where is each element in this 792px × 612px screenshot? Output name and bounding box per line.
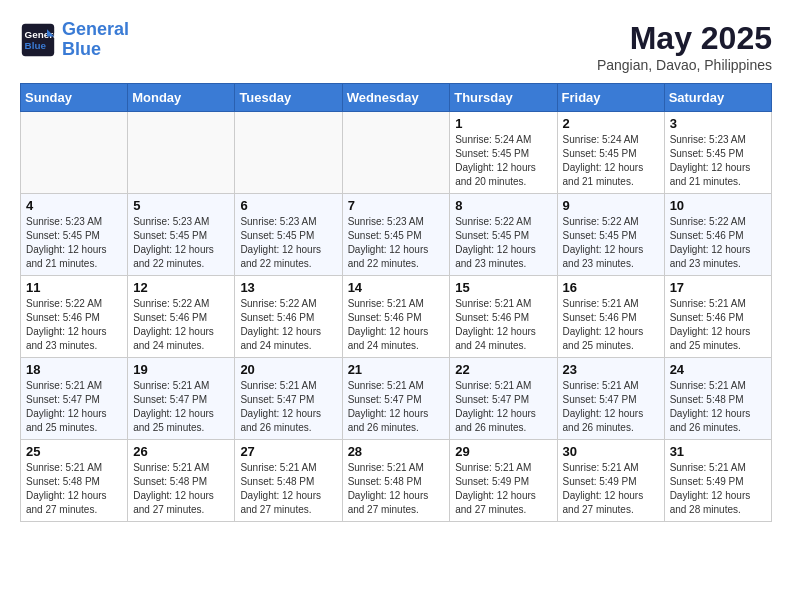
- calendar-day: 4Sunrise: 5:23 AM Sunset: 5:45 PM Daylig…: [21, 194, 128, 276]
- day-info: Sunrise: 5:21 AM Sunset: 5:48 PM Dayligh…: [240, 461, 336, 517]
- calendar-day: 6Sunrise: 5:23 AM Sunset: 5:45 PM Daylig…: [235, 194, 342, 276]
- day-number: 23: [563, 362, 659, 377]
- day-number: 18: [26, 362, 122, 377]
- day-number: 1: [455, 116, 551, 131]
- day-info: Sunrise: 5:21 AM Sunset: 5:49 PM Dayligh…: [670, 461, 766, 517]
- day-number: 30: [563, 444, 659, 459]
- calendar-day: 9Sunrise: 5:22 AM Sunset: 5:45 PM Daylig…: [557, 194, 664, 276]
- calendar-header-row: SundayMondayTuesdayWednesdayThursdayFrid…: [21, 84, 772, 112]
- calendar-day: 8Sunrise: 5:22 AM Sunset: 5:45 PM Daylig…: [450, 194, 557, 276]
- calendar-day: 28Sunrise: 5:21 AM Sunset: 5:48 PM Dayli…: [342, 440, 450, 522]
- day-info: Sunrise: 5:21 AM Sunset: 5:48 PM Dayligh…: [133, 461, 229, 517]
- day-info: Sunrise: 5:24 AM Sunset: 5:45 PM Dayligh…: [455, 133, 551, 189]
- day-info: Sunrise: 5:23 AM Sunset: 5:45 PM Dayligh…: [348, 215, 445, 271]
- day-number: 29: [455, 444, 551, 459]
- calendar-week-4: 18Sunrise: 5:21 AM Sunset: 5:47 PM Dayli…: [21, 358, 772, 440]
- calendar-day: 23Sunrise: 5:21 AM Sunset: 5:47 PM Dayli…: [557, 358, 664, 440]
- calendar-day: 30Sunrise: 5:21 AM Sunset: 5:49 PM Dayli…: [557, 440, 664, 522]
- day-number: 28: [348, 444, 445, 459]
- day-info: Sunrise: 5:22 AM Sunset: 5:45 PM Dayligh…: [455, 215, 551, 271]
- calendar-day: 17Sunrise: 5:21 AM Sunset: 5:46 PM Dayli…: [664, 276, 771, 358]
- day-number: 2: [563, 116, 659, 131]
- day-info: Sunrise: 5:22 AM Sunset: 5:46 PM Dayligh…: [670, 215, 766, 271]
- day-info: Sunrise: 5:23 AM Sunset: 5:45 PM Dayligh…: [133, 215, 229, 271]
- day-info: Sunrise: 5:22 AM Sunset: 5:46 PM Dayligh…: [240, 297, 336, 353]
- day-info: Sunrise: 5:21 AM Sunset: 5:46 PM Dayligh…: [455, 297, 551, 353]
- calendar-day: 29Sunrise: 5:21 AM Sunset: 5:49 PM Dayli…: [450, 440, 557, 522]
- day-info: Sunrise: 5:21 AM Sunset: 5:46 PM Dayligh…: [563, 297, 659, 353]
- day-header-thursday: Thursday: [450, 84, 557, 112]
- day-header-friday: Friday: [557, 84, 664, 112]
- month-title: May 2025: [597, 20, 772, 57]
- calendar-table: SundayMondayTuesdayWednesdayThursdayFrid…: [20, 83, 772, 522]
- calendar-day: [235, 112, 342, 194]
- calendar-day: 13Sunrise: 5:22 AM Sunset: 5:46 PM Dayli…: [235, 276, 342, 358]
- day-number: 15: [455, 280, 551, 295]
- logo-text: GeneralBlue: [62, 20, 129, 60]
- day-number: 19: [133, 362, 229, 377]
- calendar-day: 19Sunrise: 5:21 AM Sunset: 5:47 PM Dayli…: [128, 358, 235, 440]
- day-number: 14: [348, 280, 445, 295]
- day-info: Sunrise: 5:24 AM Sunset: 5:45 PM Dayligh…: [563, 133, 659, 189]
- day-header-tuesday: Tuesday: [235, 84, 342, 112]
- calendar-day: 26Sunrise: 5:21 AM Sunset: 5:48 PM Dayli…: [128, 440, 235, 522]
- calendar-day: 21Sunrise: 5:21 AM Sunset: 5:47 PM Dayli…: [342, 358, 450, 440]
- calendar-day: 27Sunrise: 5:21 AM Sunset: 5:48 PM Dayli…: [235, 440, 342, 522]
- day-info: Sunrise: 5:21 AM Sunset: 5:47 PM Dayligh…: [563, 379, 659, 435]
- calendar-day: 7Sunrise: 5:23 AM Sunset: 5:45 PM Daylig…: [342, 194, 450, 276]
- day-number: 10: [670, 198, 766, 213]
- day-number: 24: [670, 362, 766, 377]
- day-number: 25: [26, 444, 122, 459]
- svg-text:Blue: Blue: [25, 40, 47, 51]
- day-number: 16: [563, 280, 659, 295]
- day-number: 21: [348, 362, 445, 377]
- day-number: 8: [455, 198, 551, 213]
- calendar-day: 31Sunrise: 5:21 AM Sunset: 5:49 PM Dayli…: [664, 440, 771, 522]
- calendar-day: 11Sunrise: 5:22 AM Sunset: 5:46 PM Dayli…: [21, 276, 128, 358]
- day-header-sunday: Sunday: [21, 84, 128, 112]
- calendar-day: 24Sunrise: 5:21 AM Sunset: 5:48 PM Dayli…: [664, 358, 771, 440]
- day-info: Sunrise: 5:22 AM Sunset: 5:46 PM Dayligh…: [133, 297, 229, 353]
- calendar-day: 3Sunrise: 5:23 AM Sunset: 5:45 PM Daylig…: [664, 112, 771, 194]
- day-number: 12: [133, 280, 229, 295]
- logo: General Blue GeneralBlue: [20, 20, 129, 60]
- calendar-week-2: 4Sunrise: 5:23 AM Sunset: 5:45 PM Daylig…: [21, 194, 772, 276]
- day-number: 26: [133, 444, 229, 459]
- day-info: Sunrise: 5:23 AM Sunset: 5:45 PM Dayligh…: [240, 215, 336, 271]
- day-info: Sunrise: 5:21 AM Sunset: 5:47 PM Dayligh…: [240, 379, 336, 435]
- calendar-day: 5Sunrise: 5:23 AM Sunset: 5:45 PM Daylig…: [128, 194, 235, 276]
- day-number: 6: [240, 198, 336, 213]
- day-number: 9: [563, 198, 659, 213]
- day-header-monday: Monday: [128, 84, 235, 112]
- day-info: Sunrise: 5:23 AM Sunset: 5:45 PM Dayligh…: [26, 215, 122, 271]
- day-info: Sunrise: 5:21 AM Sunset: 5:49 PM Dayligh…: [455, 461, 551, 517]
- day-number: 5: [133, 198, 229, 213]
- day-info: Sunrise: 5:21 AM Sunset: 5:48 PM Dayligh…: [670, 379, 766, 435]
- calendar-day: 10Sunrise: 5:22 AM Sunset: 5:46 PM Dayli…: [664, 194, 771, 276]
- title-block: May 2025 Pangian, Davao, Philippines: [597, 20, 772, 73]
- day-info: Sunrise: 5:21 AM Sunset: 5:47 PM Dayligh…: [26, 379, 122, 435]
- calendar-day: 20Sunrise: 5:21 AM Sunset: 5:47 PM Dayli…: [235, 358, 342, 440]
- calendar-day: 14Sunrise: 5:21 AM Sunset: 5:46 PM Dayli…: [342, 276, 450, 358]
- day-info: Sunrise: 5:21 AM Sunset: 5:48 PM Dayligh…: [26, 461, 122, 517]
- calendar-week-1: 1Sunrise: 5:24 AM Sunset: 5:45 PM Daylig…: [21, 112, 772, 194]
- calendar-day: [21, 112, 128, 194]
- day-number: 20: [240, 362, 336, 377]
- day-header-saturday: Saturday: [664, 84, 771, 112]
- day-info: Sunrise: 5:22 AM Sunset: 5:46 PM Dayligh…: [26, 297, 122, 353]
- day-info: Sunrise: 5:21 AM Sunset: 5:47 PM Dayligh…: [348, 379, 445, 435]
- calendar-day: 22Sunrise: 5:21 AM Sunset: 5:47 PM Dayli…: [450, 358, 557, 440]
- day-number: 31: [670, 444, 766, 459]
- day-info: Sunrise: 5:21 AM Sunset: 5:47 PM Dayligh…: [455, 379, 551, 435]
- day-number: 3: [670, 116, 766, 131]
- calendar-day: 25Sunrise: 5:21 AM Sunset: 5:48 PM Dayli…: [21, 440, 128, 522]
- location: Pangian, Davao, Philippines: [597, 57, 772, 73]
- calendar-week-5: 25Sunrise: 5:21 AM Sunset: 5:48 PM Dayli…: [21, 440, 772, 522]
- calendar-day: 12Sunrise: 5:22 AM Sunset: 5:46 PM Dayli…: [128, 276, 235, 358]
- day-number: 11: [26, 280, 122, 295]
- day-info: Sunrise: 5:23 AM Sunset: 5:45 PM Dayligh…: [670, 133, 766, 189]
- day-number: 27: [240, 444, 336, 459]
- day-info: Sunrise: 5:21 AM Sunset: 5:47 PM Dayligh…: [133, 379, 229, 435]
- day-number: 13: [240, 280, 336, 295]
- page-header: General Blue GeneralBlue May 2025 Pangia…: [20, 20, 772, 73]
